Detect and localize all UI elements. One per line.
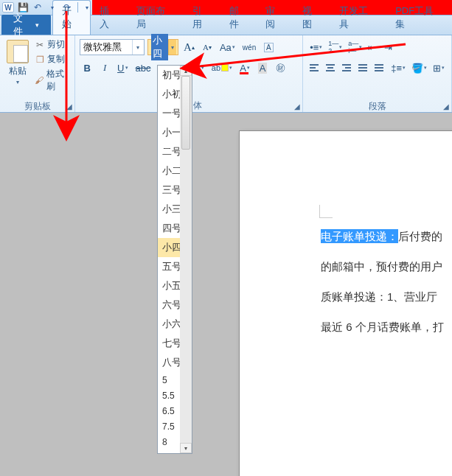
paragraph-label: 段落: [303, 99, 451, 112]
chevron-down-icon[interactable]: ▾: [132, 40, 142, 55]
decrease-indent-button[interactable]: ⇤: [366, 39, 380, 55]
tab-references[interactable]: 引用: [184, 1, 220, 35]
numbering-button[interactable]: 1—2—▾: [326, 39, 344, 55]
cut-button[interactable]: ✂剪切: [34, 38, 70, 51]
highlight-swatch: [221, 64, 229, 71]
ribbon-tabs: 文件▾ 开始 插入 页面布局 引用 邮件 审阅 视图 开发工具 PDF工具集: [0, 15, 452, 35]
italic-button[interactable]: I: [97, 60, 112, 76]
phonetic-guide-button[interactable]: wén: [240, 39, 258, 55]
line-spacing-button[interactable]: ‡≡▾: [389, 60, 408, 76]
redo-button[interactable]: ↷: [60, 0, 74, 15]
tab-mail[interactable]: 邮件: [220, 1, 257, 35]
undo-dropdown[interactable]: ▾: [46, 0, 59, 15]
text-cursor-marker: [319, 205, 333, 218]
doc-line[interactable]: 质账单投递：1、营业厅: [321, 290, 437, 304]
tab-review[interactable]: 审阅: [257, 1, 293, 35]
brush-icon: 🖌: [34, 74, 44, 86]
paragraph-launcher[interactable]: ◢: [443, 102, 449, 111]
justify-button[interactable]: [356, 60, 371, 76]
qat-customize[interactable]: ▾: [80, 0, 94, 15]
text-effects-button[interactable]: A▾: [191, 60, 206, 76]
tab-dev[interactable]: 开发工具: [330, 1, 386, 35]
bullets-button[interactable]: ≡▾: [307, 39, 324, 55]
strike-button[interactable]: abc: [133, 60, 153, 76]
dropdown-scrollbar[interactable]: ▴ ▾: [180, 66, 192, 453]
tab-insert[interactable]: 插入: [91, 1, 128, 35]
highlight-button[interactable]: ab▾: [209, 60, 234, 76]
scroll-up-button[interactable]: ▴: [180, 66, 192, 76]
scissors-icon: ✂: [34, 39, 46, 51]
save-button[interactable]: 💾: [16, 0, 29, 15]
doc-line[interactable]: 电子账单投递：后付费的: [321, 230, 442, 244]
group-paragraph: ≡▾ 1—2—▾ a—i—▾ ⇤ ⇥ ‡≡▾ 🪣▾ ⊞▾ 段落 ◢: [303, 35, 452, 112]
char-shading-button[interactable]: A: [255, 60, 270, 76]
align-right-button[interactable]: [340, 60, 355, 76]
doc-line[interactable]: 最近 6 个月话费账单，打: [321, 321, 444, 335]
grow-font-button[interactable]: A▴: [181, 39, 197, 55]
word-logo: W: [1, 0, 15, 15]
underline-button[interactable]: U▾: [115, 60, 130, 76]
doc-line[interactable]: 的邮箱中，预付费的用户: [321, 260, 442, 274]
font-size-dropdown[interactable]: 初号小初一号小一二号小二三号小三四号小四五号小五六号小六七号八号55.56.57…: [157, 65, 192, 454]
paste-button[interactable]: 粘贴 ▾: [4, 38, 31, 93]
shading-button[interactable]: 🪣▾: [409, 60, 429, 76]
clipboard-label: 剪贴板: [0, 99, 74, 112]
format-painter-button[interactable]: 🖌格式刷: [34, 68, 70, 93]
tab-pdf[interactable]: PDF工具集: [386, 1, 452, 35]
enclosed-char-button[interactable]: ㊖: [273, 60, 288, 76]
copy-button[interactable]: ❐复制: [34, 53, 70, 66]
qat-separator: [77, 2, 78, 13]
ribbon: 粘贴 ▾ ✂剪切 ❐复制 🖌格式刷 剪贴板 ◢ 微软雅黑 ▾ 小四 ▾ A▴ A…: [0, 35, 452, 113]
scroll-down-button[interactable]: ▾: [180, 443, 192, 453]
font-color-button[interactable]: A▾: [237, 60, 252, 76]
copy-icon: ❐: [34, 54, 46, 66]
borders-button[interactable]: ⊞▾: [431, 60, 447, 76]
font-launcher[interactable]: ◢: [294, 102, 300, 111]
undo-button[interactable]: ↶: [31, 0, 44, 15]
tab-view[interactable]: 视图: [293, 1, 330, 35]
tab-layout[interactable]: 页面布局: [128, 1, 184, 35]
distribute-button[interactable]: [372, 60, 387, 76]
char-border-button[interactable]: A: [261, 39, 276, 55]
chevron-down-icon[interactable]: ▾: [168, 40, 176, 55]
bold-button[interactable]: B: [80, 60, 94, 76]
increase-indent-button[interactable]: ⇥: [382, 39, 397, 55]
group-clipboard: 粘贴 ▾ ✂剪切 ❐复制 🖌格式刷 剪贴板 ◢: [0, 35, 75, 112]
tab-file[interactable]: 文件▾: [1, 15, 51, 35]
align-center-button[interactable]: [324, 60, 338, 76]
multilevel-button[interactable]: a—i—▾: [346, 39, 364, 55]
shrink-font-button[interactable]: A▾: [200, 39, 215, 55]
clipboard-launcher[interactable]: ◢: [66, 102, 72, 111]
document-page[interactable]: 电子账单投递：后付费的 的邮箱中，预付费的用户 质账单投递：1、营业厅 最近 6…: [240, 131, 452, 476]
align-left-button[interactable]: [307, 60, 322, 76]
editor-viewport[interactable]: 电子账单投递：后付费的 的邮箱中，预付费的用户 质账单投递：1、营业厅 最近 6…: [0, 113, 452, 476]
font-name-combo[interactable]: 微软雅黑 ▾: [80, 39, 145, 55]
font-size-combo[interactable]: 小四 ▾: [147, 39, 178, 55]
paste-icon: [7, 40, 29, 63]
change-case-button[interactable]: Aa▾: [218, 39, 237, 55]
font-label-fragment: 体: [193, 99, 202, 112]
scroll-thumb[interactable]: [181, 76, 190, 150]
